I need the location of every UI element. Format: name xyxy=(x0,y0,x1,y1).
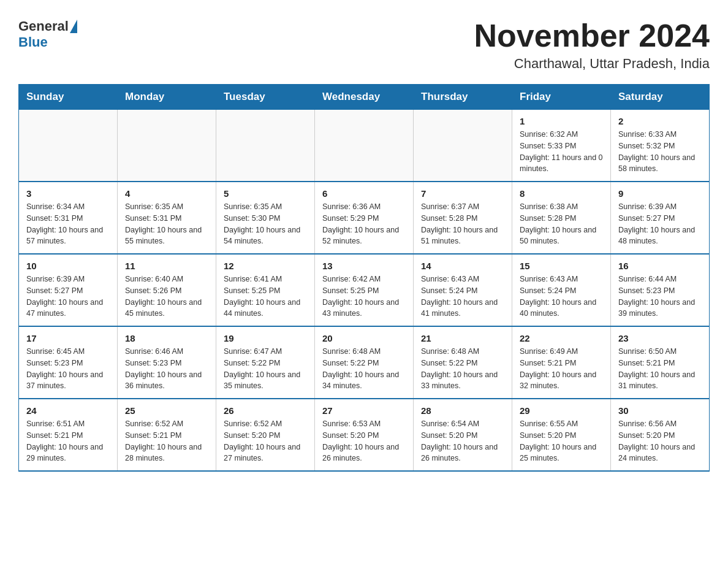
day-number: 22 xyxy=(520,333,603,343)
day-info: Sunrise: 6:36 AM Sunset: 5:29 PM Dayligh… xyxy=(322,201,406,247)
logo-general-text: General xyxy=(18,18,69,34)
day-info: Sunrise: 6:34 AM Sunset: 5:31 PM Dayligh… xyxy=(26,201,110,247)
day-info: Sunrise: 6:38 AM Sunset: 5:28 PM Dayligh… xyxy=(520,201,603,247)
day-number: 8 xyxy=(520,188,603,199)
day-number: 23 xyxy=(618,333,702,343)
day-number: 4 xyxy=(125,188,208,199)
day-info: Sunrise: 6:48 AM Sunset: 5:22 PM Dayligh… xyxy=(421,346,504,392)
day-number: 28 xyxy=(421,405,504,416)
day-number: 17 xyxy=(26,333,110,343)
day-number: 19 xyxy=(224,333,307,343)
calendar-day-cell: 1Sunrise: 6:32 AM Sunset: 5:33 PM Daylig… xyxy=(512,110,611,182)
day-info: Sunrise: 6:43 AM Sunset: 5:24 PM Dayligh… xyxy=(421,274,504,320)
day-number: 20 xyxy=(322,333,406,343)
calendar-day-cell: 8Sunrise: 6:38 AM Sunset: 5:28 PM Daylig… xyxy=(512,182,611,254)
day-info: Sunrise: 6:35 AM Sunset: 5:31 PM Dayligh… xyxy=(125,201,208,247)
day-info: Sunrise: 6:52 AM Sunset: 5:20 PM Dayligh… xyxy=(224,418,307,464)
title-section: November 2024 Charthawal, Uttar Pradesh,… xyxy=(474,18,710,72)
calendar-day-cell: 28Sunrise: 6:54 AM Sunset: 5:20 PM Dayli… xyxy=(414,399,512,471)
day-info: Sunrise: 6:43 AM Sunset: 5:24 PM Dayligh… xyxy=(520,274,603,320)
day-number: 16 xyxy=(618,261,702,271)
calendar-day-cell: 20Sunrise: 6:48 AM Sunset: 5:22 PM Dayli… xyxy=(315,326,414,399)
day-number: 9 xyxy=(618,188,702,199)
day-info: Sunrise: 6:40 AM Sunset: 5:26 PM Dayligh… xyxy=(125,274,208,320)
calendar-day-cell: 12Sunrise: 6:41 AM Sunset: 5:25 PM Dayli… xyxy=(216,254,315,326)
calendar-day-cell: 29Sunrise: 6:55 AM Sunset: 5:20 PM Dayli… xyxy=(512,399,611,471)
calendar-week-row: 3Sunrise: 6:34 AM Sunset: 5:31 PM Daylig… xyxy=(19,182,710,254)
day-info: Sunrise: 6:49 AM Sunset: 5:21 PM Dayligh… xyxy=(520,346,603,392)
day-number: 7 xyxy=(421,188,504,199)
logo: General Blue xyxy=(18,18,77,50)
day-number: 14 xyxy=(421,261,504,271)
calendar-day-cell: 22Sunrise: 6:49 AM Sunset: 5:21 PM Dayli… xyxy=(512,326,611,399)
page-header: General Blue November 2024 Charthawal, U… xyxy=(18,18,710,72)
day-number: 1 xyxy=(520,116,603,126)
day-number: 13 xyxy=(322,261,406,271)
day-info: Sunrise: 6:48 AM Sunset: 5:22 PM Dayligh… xyxy=(322,346,406,392)
day-number: 12 xyxy=(224,261,307,271)
calendar-week-row: 10Sunrise: 6:39 AM Sunset: 5:27 PM Dayli… xyxy=(19,254,710,326)
day-info: Sunrise: 6:39 AM Sunset: 5:27 PM Dayligh… xyxy=(618,201,702,247)
day-of-week-header: Monday xyxy=(118,85,216,110)
day-number: 3 xyxy=(26,188,110,199)
day-info: Sunrise: 6:39 AM Sunset: 5:27 PM Dayligh… xyxy=(26,274,110,320)
calendar-day-cell: 21Sunrise: 6:48 AM Sunset: 5:22 PM Dayli… xyxy=(414,326,512,399)
calendar-day-cell: 24Sunrise: 6:51 AM Sunset: 5:21 PM Dayli… xyxy=(19,399,118,471)
calendar-day-cell: 9Sunrise: 6:39 AM Sunset: 5:27 PM Daylig… xyxy=(611,182,710,254)
calendar-day-cell: 4Sunrise: 6:35 AM Sunset: 5:31 PM Daylig… xyxy=(118,182,216,254)
day-info: Sunrise: 6:35 AM Sunset: 5:30 PM Dayligh… xyxy=(224,201,307,247)
calendar-day-cell: 14Sunrise: 6:43 AM Sunset: 5:24 PM Dayli… xyxy=(414,254,512,326)
calendar-day-cell: 17Sunrise: 6:45 AM Sunset: 5:23 PM Dayli… xyxy=(19,326,118,399)
day-info: Sunrise: 6:37 AM Sunset: 5:28 PM Dayligh… xyxy=(421,201,504,247)
day-info: Sunrise: 6:51 AM Sunset: 5:21 PM Dayligh… xyxy=(26,418,110,464)
day-info: Sunrise: 6:54 AM Sunset: 5:20 PM Dayligh… xyxy=(421,418,504,464)
day-number: 11 xyxy=(125,261,208,271)
day-number: 24 xyxy=(26,405,110,416)
day-of-week-header: Friday xyxy=(512,85,611,110)
calendar-day-cell: 15Sunrise: 6:43 AM Sunset: 5:24 PM Dayli… xyxy=(512,254,611,326)
calendar-day-cell: 7Sunrise: 6:37 AM Sunset: 5:28 PM Daylig… xyxy=(414,182,512,254)
day-number: 5 xyxy=(224,188,307,199)
day-info: Sunrise: 6:52 AM Sunset: 5:21 PM Dayligh… xyxy=(125,418,208,464)
day-number: 29 xyxy=(520,405,603,416)
day-info: Sunrise: 6:32 AM Sunset: 5:33 PM Dayligh… xyxy=(520,129,603,175)
day-number: 10 xyxy=(26,261,110,271)
logo-triangle-icon xyxy=(70,20,77,33)
day-info: Sunrise: 6:33 AM Sunset: 5:32 PM Dayligh… xyxy=(618,129,702,175)
day-info: Sunrise: 6:50 AM Sunset: 5:21 PM Dayligh… xyxy=(618,346,702,392)
month-title: November 2024 xyxy=(474,18,710,53)
day-of-week-header: Saturday xyxy=(611,85,710,110)
day-number: 30 xyxy=(618,405,702,416)
calendar-week-row: 24Sunrise: 6:51 AM Sunset: 5:21 PM Dayli… xyxy=(19,399,710,471)
day-number: 6 xyxy=(322,188,406,199)
day-info: Sunrise: 6:44 AM Sunset: 5:23 PM Dayligh… xyxy=(618,274,702,320)
calendar-day-cell: 10Sunrise: 6:39 AM Sunset: 5:27 PM Dayli… xyxy=(19,254,118,326)
day-number: 27 xyxy=(322,405,406,416)
day-info: Sunrise: 6:55 AM Sunset: 5:20 PM Dayligh… xyxy=(520,418,603,464)
day-number: 26 xyxy=(224,405,307,416)
calendar-day-cell xyxy=(216,110,315,182)
day-of-week-header: Sunday xyxy=(19,85,118,110)
day-number: 25 xyxy=(125,405,208,416)
day-number: 15 xyxy=(520,261,603,271)
day-info: Sunrise: 6:45 AM Sunset: 5:23 PM Dayligh… xyxy=(26,346,110,392)
calendar-day-cell xyxy=(19,110,118,182)
day-of-week-header: Thursday xyxy=(414,85,512,110)
calendar-table: SundayMondayTuesdayWednesdayThursdayFrid… xyxy=(18,84,710,472)
calendar-day-cell: 5Sunrise: 6:35 AM Sunset: 5:30 PM Daylig… xyxy=(216,182,315,254)
calendar-day-cell: 18Sunrise: 6:46 AM Sunset: 5:23 PM Dayli… xyxy=(118,326,216,399)
calendar-day-cell: 27Sunrise: 6:53 AM Sunset: 5:20 PM Dayli… xyxy=(315,399,414,471)
day-number: 21 xyxy=(421,333,504,343)
day-number: 2 xyxy=(618,116,702,126)
day-info: Sunrise: 6:46 AM Sunset: 5:23 PM Dayligh… xyxy=(125,346,208,392)
day-info: Sunrise: 6:56 AM Sunset: 5:20 PM Dayligh… xyxy=(618,418,702,464)
day-info: Sunrise: 6:47 AM Sunset: 5:22 PM Dayligh… xyxy=(224,346,307,392)
calendar-day-cell: 3Sunrise: 6:34 AM Sunset: 5:31 PM Daylig… xyxy=(19,182,118,254)
calendar-day-cell: 13Sunrise: 6:42 AM Sunset: 5:25 PM Dayli… xyxy=(315,254,414,326)
calendar-day-cell: 25Sunrise: 6:52 AM Sunset: 5:21 PM Dayli… xyxy=(118,399,216,471)
day-info: Sunrise: 6:41 AM Sunset: 5:25 PM Dayligh… xyxy=(224,274,307,320)
logo-blue-text: Blue xyxy=(18,34,48,50)
calendar-day-cell xyxy=(118,110,216,182)
calendar-day-cell: 30Sunrise: 6:56 AM Sunset: 5:20 PM Dayli… xyxy=(611,399,710,471)
day-number: 18 xyxy=(125,333,208,343)
